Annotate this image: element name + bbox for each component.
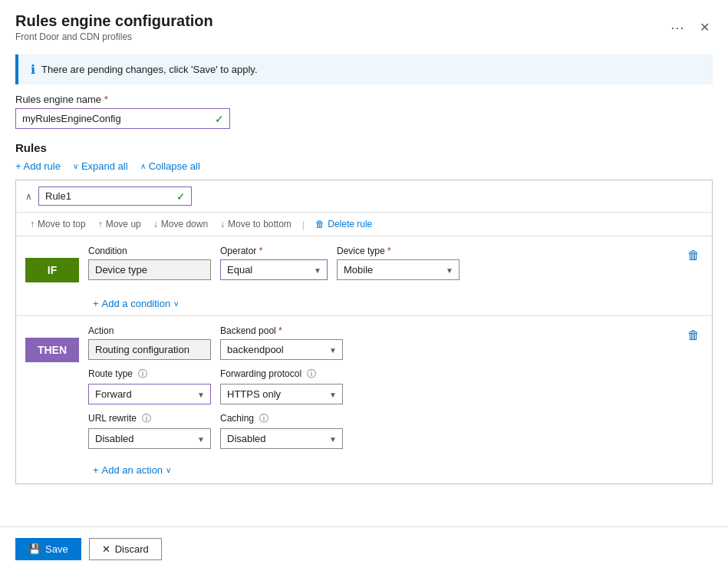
save-button[interactable]: 💾 Save: [15, 538, 81, 560]
condition-label: Condition: [88, 246, 211, 256]
route-type-field-group: Route type ⓘ Forward Redirect ▼: [88, 368, 211, 404]
route-type-info-icon: ⓘ: [138, 368, 147, 379]
engine-name-input[interactable]: [15, 108, 230, 129]
caching-field-group: Caching ⓘ Disabled Enabled ▼: [220, 412, 343, 449]
header-icons: ⋯ ✕: [667, 16, 713, 39]
move-up-button[interactable]: ↑ Move up: [94, 217, 146, 231]
route-type-label: Route type ⓘ: [88, 368, 211, 381]
engine-name-section: Rules engine name * ✓: [15, 94, 713, 129]
chevron-up-icon: ∧: [140, 162, 146, 170]
route-type-select[interactable]: Forward Redirect: [88, 384, 211, 404]
close-button[interactable]: ✕: [697, 17, 713, 38]
move-to-bottom-button[interactable]: ↓ Move to bottom: [216, 217, 296, 231]
chevron-down-icon: ∨: [73, 162, 78, 170]
rules-toolbar: + Add rule ∨ Expand all ∧ Collapse all: [15, 160, 713, 172]
move-down-icon: ↓: [153, 219, 158, 229]
backend-pool-label: Backend pool *: [220, 325, 343, 336]
title-group: Rules engine configuration Front Door an…: [15, 12, 213, 42]
add-rule-button[interactable]: + Add rule: [15, 160, 61, 172]
operator-select[interactable]: Equal Not Equal: [220, 259, 328, 280]
rule-header: ∧ ✓: [16, 180, 712, 213]
condition-value: Device type: [88, 259, 211, 280]
action-field-group: Action Routing configuration: [88, 325, 211, 360]
url-rewrite-field-group: URL rewrite ⓘ Disabled Enabled ▼: [88, 412, 211, 449]
if-row: IF Condition Device type Operator *: [16, 236, 712, 292]
move-top-icon: ↑: [30, 219, 35, 229]
content-area: Rules engine name * ✓ Rules + Add rule ∨…: [0, 94, 728, 526]
expand-all-button[interactable]: ∨ Expand all: [73, 160, 128, 172]
engine-name-check-icon: ✓: [215, 113, 224, 125]
rules-engine-dialog: Rules engine configuration Front Door an…: [0, 0, 728, 571]
condition-field-group: Condition Device type: [88, 246, 211, 280]
dialog-header: Rules engine configuration Front Door an…: [0, 0, 728, 45]
url-rewrite-select-wrapper: Disabled Enabled ▼: [88, 428, 211, 449]
move-to-top-button[interactable]: ↑ Move to top: [25, 217, 91, 231]
action-fields: Action Routing configuration Route type …: [88, 325, 675, 449]
notification-text: There are pending changes, click 'Save' …: [41, 64, 258, 75]
footer: 💾 Save ✕ Discard: [0, 526, 728, 571]
trash-icon: 🗑: [315, 219, 324, 229]
operator-label: Operator *: [220, 246, 328, 256]
caching-info-icon: ⓘ: [259, 413, 268, 424]
add-action-plus-icon: +: [93, 464, 99, 476]
rules-section-title: Rules: [15, 141, 713, 154]
action-label: Action: [88, 325, 211, 336]
action-value: Routing configuration: [88, 339, 211, 360]
discard-button[interactable]: ✕ Discard: [89, 538, 162, 560]
url-rewrite-info-icon: ⓘ: [142, 413, 151, 424]
add-condition-button[interactable]: + Add a condition: [93, 298, 170, 309]
if-badge: IF: [25, 258, 79, 282]
rule-card: ∧ ✓ ↑ Move to top ↑ Move up: [15, 180, 713, 484]
notification-bar: ℹ There are pending changes, click 'Save…: [15, 54, 713, 84]
rule-name-check-icon: ✓: [176, 190, 186, 203]
collapse-all-button[interactable]: ∧ Collapse all: [140, 160, 200, 172]
device-type-select[interactable]: Mobile Desktop NotSpecified: [337, 259, 460, 280]
url-rewrite-select[interactable]: Disabled Enabled: [88, 428, 211, 449]
add-condition-row: + Add a condition ∨: [16, 292, 712, 315]
device-type-label: Device type *: [337, 246, 460, 256]
forwarding-protocol-select[interactable]: HTTPS only HTTP only Match Request: [220, 384, 343, 404]
move-bottom-icon: ↓: [220, 219, 225, 229]
dialog-title: Rules engine configuration: [15, 12, 213, 30]
delete-action-button[interactable]: 🗑: [684, 325, 703, 345]
rule-name-wrapper: ✓: [38, 186, 192, 206]
url-rewrite-label: URL rewrite ⓘ: [88, 412, 211, 425]
action-col-2: Backend pool * backendpool ▼: [220, 325, 343, 449]
if-section: IF Condition Device type Operator *: [16, 236, 712, 316]
engine-name-input-wrapper: ✓: [15, 108, 230, 129]
delete-rule-button[interactable]: 🗑 Delete rule: [311, 217, 377, 231]
then-row: THEN Action Routing configuration: [16, 316, 712, 458]
device-type-field-group: Device type * Mobile Desktop NotSpecifie…: [337, 246, 460, 280]
caching-select-wrapper: Disabled Enabled ▼: [220, 428, 343, 449]
action-col-1: Action Routing configuration Route type …: [88, 325, 211, 449]
forwarding-protocol-label: Forwarding protocol ⓘ: [220, 368, 343, 381]
condition-fields: Condition Device type Operator * Equal: [88, 246, 675, 280]
add-action-chevron-icon: ∨: [166, 466, 171, 474]
backend-pool-field-group: Backend pool * backendpool ▼: [220, 325, 343, 360]
caching-select[interactable]: Disabled Enabled: [220, 428, 343, 449]
device-type-select-wrapper: Mobile Desktop NotSpecified ▼: [337, 259, 460, 280]
plus-icon: +: [93, 298, 99, 309]
rule-actions-bar: ↑ Move to top ↑ Move up ↓ Move down ↓ Mo…: [16, 213, 712, 236]
discard-icon: ✕: [102, 543, 110, 555]
rule-name-input[interactable]: [38, 186, 192, 206]
forwarding-protocol-field-group: Forwarding protocol ⓘ HTTPS only HTTP on…: [220, 368, 343, 404]
dialog-subtitle: Front Door and CDN profiles: [15, 31, 213, 42]
engine-name-label: Rules engine name *: [15, 94, 713, 105]
rule-collapse-button[interactable]: ∧: [25, 191, 32, 202]
add-action-button[interactable]: + Add an action: [93, 464, 163, 476]
rules-section: Rules + Add rule ∨ Expand all ∧ Collapse…: [15, 141, 713, 484]
operator-field-group: Operator * Equal Not Equal ▼: [220, 246, 328, 280]
route-type-select-wrapper: Forward Redirect ▼: [88, 384, 211, 404]
add-action-row: + Add an action ∨: [16, 458, 712, 484]
delete-condition-button[interactable]: 🗑: [684, 246, 703, 266]
more-options-button[interactable]: ⋯: [667, 16, 687, 39]
backend-pool-select[interactable]: backendpool: [220, 339, 343, 360]
add-condition-chevron-icon: ∨: [173, 299, 179, 308]
caching-label: Caching ⓘ: [220, 412, 343, 425]
info-icon: ℹ: [31, 62, 35, 77]
backend-pool-select-wrapper: backendpool ▼: [220, 339, 343, 360]
forwarding-protocol-select-wrapper: HTTPS only HTTP only Match Request ▼: [220, 384, 343, 404]
move-down-button[interactable]: ↓ Move down: [149, 217, 212, 231]
then-badge: THEN: [25, 338, 79, 362]
